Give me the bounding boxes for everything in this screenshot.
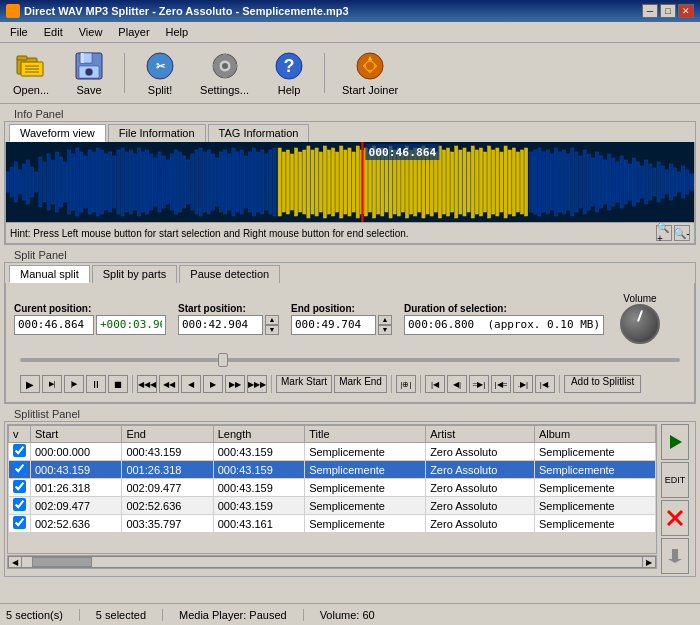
open-button[interactable]: Open... <box>6 47 56 99</box>
tab-manual-split[interactable]: Manual split <box>9 265 90 283</box>
end-position-input[interactable] <box>291 315 376 335</box>
add-splitlist-button[interactable]: Add to Splitlist <box>564 375 641 393</box>
move-down-button[interactable] <box>661 538 689 574</box>
zoom-out-button[interactable]: 🔍- <box>674 225 690 241</box>
split-tabs: Manual split Split by parts Pause detect… <box>5 263 695 283</box>
svg-rect-182 <box>653 168 656 196</box>
horizontal-scrollbar[interactable]: ◀ ▶ <box>7 555 657 569</box>
svg-rect-144 <box>496 148 499 216</box>
svg-rect-70 <box>191 154 194 210</box>
svg-rect-109 <box>352 152 355 212</box>
set-splitpoint-button[interactable]: |⊕| <box>396 375 416 393</box>
table-row[interactable]: 002:09.477 002:52.636 000:43.159 Semplic… <box>9 497 656 515</box>
nav-prev-sel-button[interactable]: |◀= <box>491 375 511 393</box>
transport-sep-3 <box>391 375 392 393</box>
nav-first-button[interactable]: |◀ <box>425 375 445 393</box>
skip-back-button[interactable]: ◀◀ <box>159 375 179 393</box>
menu-edit[interactable]: Edit <box>38 24 69 40</box>
svg-rect-44 <box>84 156 87 208</box>
transport-sep-4 <box>420 375 421 393</box>
svg-rect-38 <box>59 157 62 207</box>
svg-rect-190 <box>686 170 689 194</box>
start-position-down[interactable]: ▼ <box>265 325 279 335</box>
svg-rect-95 <box>295 148 298 216</box>
splitlist-scroll[interactable]: v Start End Length Title Artist Album <box>7 424 657 554</box>
edit-item-button[interactable]: EDIT <box>661 462 689 498</box>
nav-end-sel-button[interactable]: .▶| <box>513 375 533 393</box>
table-row[interactable]: 000:43.159 001:26.318 000:43.159 Semplic… <box>9 461 656 479</box>
play-sel-button[interactable]: ▶| <box>42 375 62 393</box>
table-row[interactable]: 000:00.000 000:43.159 000:43.159 Semplic… <box>9 443 656 461</box>
row-check[interactable] <box>9 497 31 515</box>
minimize-button[interactable]: ─ <box>642 4 658 18</box>
start-position-input[interactable] <box>178 315 263 335</box>
zoom-in-button[interactable]: 🔍+ <box>656 225 672 241</box>
scroll-left-btn[interactable]: ◀ <box>8 556 22 568</box>
scroll-right-btn[interactable]: ▶ <box>642 556 656 568</box>
svg-marker-195 <box>670 435 682 449</box>
row-check[interactable] <box>9 443 31 461</box>
svg-rect-102 <box>323 146 326 218</box>
pause-button[interactable]: ⏸ <box>86 375 106 393</box>
skip-fwd-far-button[interactable]: ▶▶▶ <box>247 375 267 393</box>
mark-start-button[interactable]: Mark Start <box>276 375 332 393</box>
tab-tag-info[interactable]: TAG Information <box>208 124 310 142</box>
help-button[interactable]: ? Help <box>264 47 314 99</box>
svg-rect-82 <box>240 150 243 214</box>
svg-rect-89 <box>269 150 272 214</box>
skip-back-far-button[interactable]: ◀◀◀ <box>137 375 157 393</box>
waveform-svg: 000:46.864 <box>6 142 694 222</box>
svg-rect-41 <box>72 154 75 210</box>
tab-split-by-parts[interactable]: Split by parts <box>92 265 178 283</box>
mark-end-button[interactable]: Mark End <box>334 375 387 393</box>
close-button[interactable]: ✕ <box>678 4 694 18</box>
settings-button[interactable]: Settings... <box>193 47 256 99</box>
svg-rect-31 <box>31 167 34 197</box>
tab-waveform[interactable]: Waveform view <box>9 124 106 142</box>
tab-file-info[interactable]: File Information <box>108 124 206 142</box>
offset-input[interactable] <box>96 315 166 335</box>
nav-start-sel-button[interactable]: |◀. <box>535 375 555 393</box>
maximize-button[interactable]: □ <box>660 4 676 18</box>
joiner-button[interactable]: Start Joiner <box>335 47 405 99</box>
stop-button[interactable]: ⏹ <box>108 375 128 393</box>
svg-rect-81 <box>236 152 239 212</box>
step-back-button[interactable]: ◀ <box>181 375 201 393</box>
step-fwd-button[interactable]: ▶ <box>203 375 223 393</box>
menu-help[interactable]: Help <box>160 24 195 40</box>
save-button[interactable]: Save <box>64 47 114 99</box>
row-check[interactable] <box>9 479 31 497</box>
table-row[interactable]: 002:52.636 003:35.797 000:43.161 Semplic… <box>9 515 656 533</box>
menu-view[interactable]: View <box>73 24 109 40</box>
start-position-up[interactable]: ▲ <box>265 315 279 325</box>
duration-input[interactable] <box>404 315 604 335</box>
nav-next-sel-button[interactable]: =▶| <box>469 375 489 393</box>
delete-item-button[interactable] <box>661 500 689 536</box>
end-position-up[interactable]: ▲ <box>378 315 392 325</box>
menu-file[interactable]: File <box>4 24 34 40</box>
row-check[interactable] <box>9 515 31 533</box>
scrollbar-thumb[interactable] <box>32 557 92 567</box>
volume-knob[interactable] <box>620 304 660 344</box>
svg-rect-170 <box>604 160 607 204</box>
split-button[interactable]: ✂ Split! <box>135 47 185 99</box>
play-from-button[interactable]: |▶ <box>64 375 84 393</box>
svg-rect-8 <box>81 53 84 63</box>
play-item-button[interactable] <box>661 424 689 460</box>
row-check[interactable] <box>9 461 31 479</box>
menu-player[interactable]: Player <box>112 24 155 40</box>
nav-prev-button[interactable]: ◀| <box>447 375 467 393</box>
svg-text:✂: ✂ <box>156 60 166 72</box>
svg-rect-142 <box>488 146 491 218</box>
tab-pause-detection[interactable]: Pause detection <box>179 265 280 283</box>
svg-rect-87 <box>261 150 264 214</box>
skip-fwd-button[interactable]: ▶▶ <box>225 375 245 393</box>
svg-rect-145 <box>500 152 503 212</box>
end-position-down[interactable]: ▼ <box>378 325 392 335</box>
current-position-input[interactable] <box>14 315 94 335</box>
waveform-display[interactable]: 000:46.864 <box>6 142 694 222</box>
table-row[interactable]: 001:26.318 002:09.477 000:43.159 Semplic… <box>9 479 656 497</box>
play-button[interactable]: ▶ <box>20 375 40 393</box>
position-slider-thumb[interactable] <box>218 353 228 367</box>
svg-rect-16 <box>223 73 227 78</box>
